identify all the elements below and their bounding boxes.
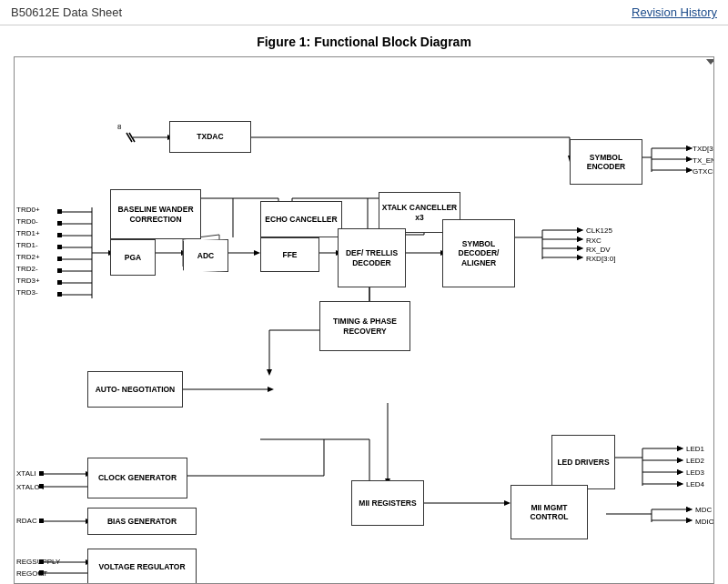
page-title: B50612E Data Sheet [11, 5, 122, 19]
svg-marker-130 [686, 518, 693, 523]
ffe-block: FFE [260, 237, 319, 272]
clk125-label: CLK125 [586, 227, 612, 235]
svg-marker-35 [577, 246, 583, 251]
mdc-label: MDC [695, 506, 712, 514]
svg-marker-23 [254, 250, 260, 256]
symbol-encoder-block: SYMBOL ENCODER [570, 139, 642, 185]
auto-negotiation-block: AUTO- NEGOTIATION [87, 371, 183, 408]
figure-title: Figure 1: Functional Block Diagram [14, 35, 714, 49]
svg-rect-13 [57, 257, 62, 261]
svg-marker-128 [677, 481, 683, 487]
xtalo-label: XTALO [16, 483, 40, 491]
adc-block: ADC [183, 239, 228, 272]
timing-phase-block: TIMING & PHASE RECOVERY [319, 301, 410, 351]
svg-marker-126 [677, 458, 683, 463]
svg-marker-103 [504, 500, 511, 506]
svg-marker-36 [577, 255, 583, 260]
svg-rect-12 [57, 245, 62, 249]
rxc-label: RXC [586, 237, 602, 245]
svg-marker-101 [686, 518, 693, 523]
trd3-minus-label: TRD3- [16, 288, 38, 297]
svg-marker-44 [686, 156, 693, 162]
diagram-container: TXDAC 8 BASELINE WANDER CORRECTION ECHO … [14, 56, 714, 584]
tx-en-label: TX_EN [693, 156, 714, 165]
svg-marker-63 [267, 369, 272, 376]
svg-marker-125 [677, 446, 683, 451]
svg-marker-123 [577, 246, 583, 251]
svg-rect-75 [39, 484, 44, 488]
main-content: Figure 1: Functional Block Diagram [0, 25, 728, 584]
svg-marker-122 [577, 237, 583, 242]
baseline-wander-block: BASELINE WANDER CORRECTION [110, 189, 201, 239]
pga-block: PGA [110, 239, 156, 276]
symbol-decoder-block: SYMBOL DECODER/ ALIGNER [442, 219, 515, 287]
led-drivers-block: LED DRIVERS [551, 435, 615, 489]
svg-marker-100 [686, 507, 693, 512]
txd-label: TXD[3:0] [693, 145, 714, 153]
trd1-plus-label: TRD1+ [16, 229, 40, 237]
def-trellis-block: DEF/ TRELLIS DECODER [338, 228, 406, 287]
led1-label: LED1 [686, 445, 704, 453]
svg-marker-43 [686, 146, 693, 151]
rxd-label: RXD[3:0] [586, 255, 615, 263]
svg-marker-121 [577, 227, 583, 233]
svg-rect-15 [57, 280, 62, 285]
svg-rect-78 [39, 519, 44, 523]
svg-rect-9 [57, 209, 62, 214]
svg-marker-119 [686, 156, 693, 162]
svg-marker-33 [577, 227, 583, 233]
rx-dv-label: RX_DV [586, 246, 611, 254]
trd1-minus-label: TRD1- [16, 241, 38, 249]
rdac-label: RDAC [16, 517, 37, 525]
svg-marker-124 [577, 255, 583, 260]
regsupply-label: REGSUPPLY [16, 558, 60, 566]
xtali-label: XTALI [16, 469, 36, 478]
regout-label: REGOUT [16, 569, 47, 578]
trd2-plus-label: TRD2+ [16, 253, 40, 261]
svg-marker-34 [577, 237, 583, 242]
led2-label: LED2 [686, 457, 704, 465]
svg-marker-127 [677, 469, 683, 475]
svg-marker-95 [677, 481, 683, 487]
label-8: 8 [117, 123, 121, 131]
svg-marker-118 [686, 146, 693, 151]
svg-rect-10 [57, 221, 62, 226]
svg-marker-45 [686, 167, 693, 173]
bias-generator-block: BIAS GENERATOR [87, 508, 197, 535]
revision-history-link[interactable]: Revision History [632, 5, 717, 19]
svg-line-108 [126, 133, 132, 142]
trd3-plus-label: TRD3+ [16, 277, 40, 285]
trd0-plus-label: TRD0+ [16, 206, 40, 214]
svg-line-109 [129, 133, 135, 142]
svg-marker-120 [686, 167, 693, 173]
clock-generator-block: CLOCK GENERATOR [87, 458, 187, 498]
svg-rect-72 [39, 471, 44, 476]
svg-rect-14 [57, 268, 62, 273]
mii-mgmt-block: MII MGMT CONTROL [511, 485, 588, 539]
header: B50612E Data Sheet Revision History [0, 0, 728, 25]
mdio-label: MDIO [695, 518, 714, 526]
svg-marker-68 [268, 387, 274, 392]
gtxclk-label: GTXCLK [693, 167, 714, 176]
svg-rect-16 [57, 292, 62, 297]
trd0-minus-label: TRD0- [16, 217, 38, 226]
voltage-regulator-block: VOLTAGE REGULATOR [87, 549, 197, 584]
txdac-block: TXDAC [169, 121, 251, 153]
svg-marker-94 [677, 469, 683, 475]
led4-label: LED4 [686, 480, 704, 488]
led3-label: LED3 [686, 468, 704, 477]
svg-marker-93 [677, 458, 683, 463]
svg-marker-92 [677, 446, 683, 451]
svg-marker-0 [706, 59, 714, 65]
svg-rect-11 [57, 233, 62, 237]
trd2-minus-label: TRD2- [16, 265, 38, 273]
svg-marker-129 [686, 507, 693, 512]
echo-canceller-block: ECHO CANCELLER [260, 201, 342, 237]
mii-registers-block: MII REGISTERS [351, 480, 424, 526]
